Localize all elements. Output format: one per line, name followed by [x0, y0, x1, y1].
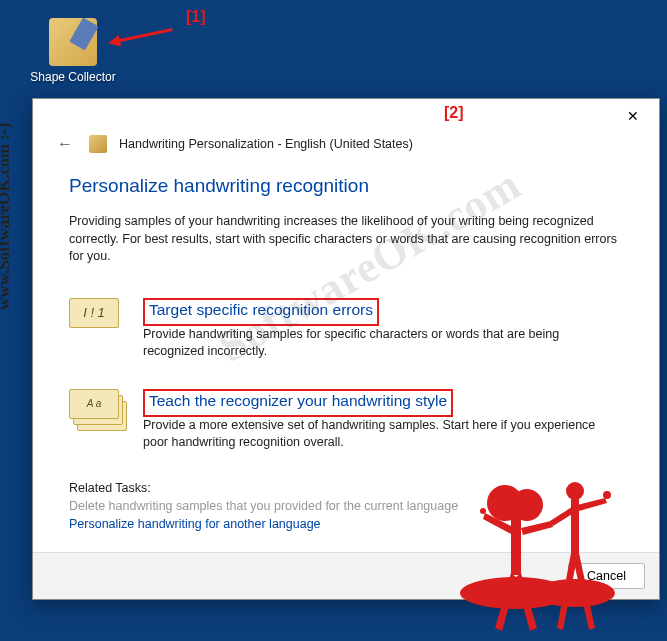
- cancel-button[interactable]: Cancel: [568, 563, 645, 589]
- annotation-arrow-head: [107, 35, 121, 49]
- highlight-box-2: Teach the recognizer your handwriting st…: [143, 389, 453, 417]
- teach-style-link[interactable]: Teach the recognizer your handwriting st…: [149, 392, 447, 410]
- dialog-title: Handwriting Personalization - English (U…: [119, 137, 413, 151]
- related-link[interactable]: Personalize handwriting for another lang…: [69, 517, 623, 531]
- dialog-footer: Cancel: [33, 552, 659, 599]
- dialog-body: Personalize handwriting recognition Prov…: [33, 163, 659, 531]
- target-errors-desc: Provide handwriting samples for specific…: [143, 326, 623, 361]
- related-tasks: Related Tasks: Delete handwriting sample…: [69, 480, 623, 531]
- highlight-box-1: Target specific recognition errors: [143, 298, 379, 326]
- target-errors-link[interactable]: Target specific recognition errors: [149, 301, 373, 319]
- desktop-icon-label: Shape Collector: [28, 70, 118, 84]
- intro-text: Providing samples of your handwriting in…: [69, 213, 623, 266]
- annotation-arrow: [115, 28, 172, 43]
- teach-style-desc: Provide a more extensive set of handwrit…: [143, 417, 623, 452]
- watermark-vertical: www.SoftwareOK.com :-): [0, 123, 14, 310]
- desktop-icon-shape-collector[interactable]: Shape Collector: [28, 18, 118, 84]
- option-teach-style: A a B b C c Teach the recognizer your ha…: [69, 389, 623, 452]
- shape-collector-icon: [49, 18, 97, 66]
- annotation-label-2: [2]: [444, 104, 464, 122]
- teach-style-icon: A a B b C c: [69, 389, 125, 431]
- related-disabled-link: Delete handwriting samples that you prov…: [69, 499, 623, 513]
- dialog-header: ← Handwriting Personalization - English …: [33, 133, 659, 163]
- target-errors-icon: I ! 1: [69, 298, 125, 340]
- related-heading: Related Tasks:: [69, 481, 623, 495]
- dialog-titlebar: ✕: [33, 99, 659, 133]
- annotation-label-1: [1]: [186, 8, 206, 26]
- handwriting-icon: [89, 135, 107, 153]
- back-button[interactable]: ←: [53, 133, 77, 155]
- close-button[interactable]: ✕: [617, 102, 649, 130]
- option-target-errors: I ! 1 Target specific recognition errors…: [69, 298, 623, 361]
- handwriting-dialog: ✕ ← Handwriting Personalization - Englis…: [32, 98, 660, 600]
- page-heading: Personalize handwriting recognition: [69, 175, 623, 197]
